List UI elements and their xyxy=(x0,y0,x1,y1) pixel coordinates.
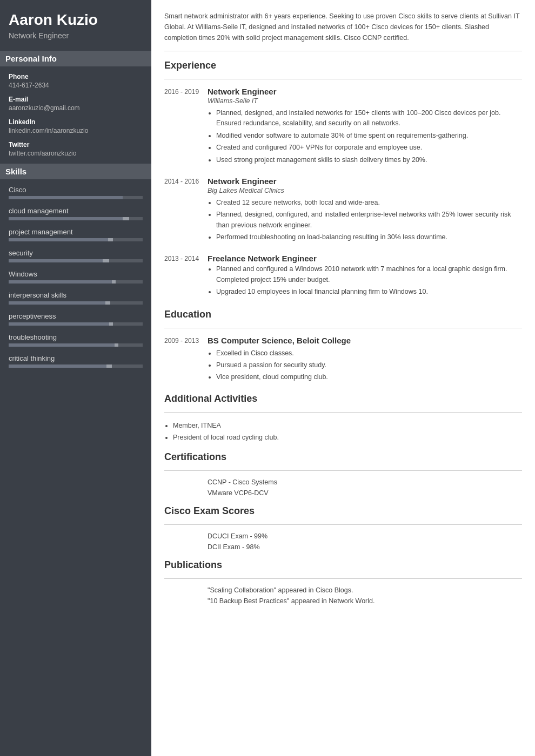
exp-bullet: Created and configured 700+ VPNs for cor… xyxy=(216,143,522,153)
skill-bar-accent xyxy=(115,343,118,347)
skill-bar-bg xyxy=(9,196,143,199)
exp-job-title: Network Engineer xyxy=(208,87,522,96)
skill-bar-fill xyxy=(9,364,112,368)
main-content: Smart network administrator with 6+ year… xyxy=(151,0,535,756)
exam-scores-section: Cisco Exam Scores DCUCI Exam - 99%DCII E… xyxy=(164,505,522,551)
skill-bar-accent xyxy=(103,259,109,262)
activity-item: President of local road cycling club. xyxy=(173,432,522,443)
skill-bar-bg xyxy=(9,364,143,368)
edu-degree: BS Computer Science, Beloit College xyxy=(208,336,522,345)
experience-title: Experience xyxy=(164,60,522,73)
skill-name: cloud management xyxy=(9,207,143,215)
skill-name: project management xyxy=(9,228,143,236)
exp-content: Network EngineerBig Lakes Medical Clinic… xyxy=(208,177,522,245)
skill-bar-accent xyxy=(108,238,113,241)
experience-divider xyxy=(164,79,522,79)
exp-bullets: Planned, designed, and installed network… xyxy=(208,108,522,165)
skill-bar-accent xyxy=(106,364,112,368)
education-title: Education xyxy=(164,309,522,322)
education-section: Education 2009 - 2013BS Computer Science… xyxy=(164,309,522,384)
skill-bar-fill xyxy=(9,322,113,326)
skill-item: troubleshooting xyxy=(9,333,143,347)
exp-dates: 2013 - 2014 xyxy=(164,254,208,299)
publications-divider xyxy=(164,578,522,579)
education-list: 2009 - 2013BS Computer Science, Beloit C… xyxy=(164,336,522,384)
sidebar: Aaron Kuzio Network Engineer Personal In… xyxy=(0,0,151,756)
exp-bullet: Created 12 secure networks, both local a… xyxy=(216,198,522,208)
skill-bar-bg xyxy=(9,280,143,284)
personal-info-header: Personal Info xyxy=(0,51,151,66)
experience-entry: 2016 - 2019Network EngineerWilliams-Seil… xyxy=(164,87,522,167)
skill-item: critical thinking xyxy=(9,354,143,368)
person-name: Aaron Kuzio xyxy=(9,11,143,29)
skill-name: Windows xyxy=(9,270,143,278)
skill-bar-bg xyxy=(9,343,143,347)
experience-section: Experience 2016 - 2019Network EngineerWi… xyxy=(164,60,522,299)
certifications-section: Certifications CCNP - Cisco SystemsVMwar… xyxy=(164,451,522,497)
publication-item: "10 Backup Best Practices" appeared in N… xyxy=(164,597,522,605)
twitter-value: twitter.com/aaronzkuzio xyxy=(9,150,143,157)
skill-bar-accent xyxy=(112,280,116,284)
publications-list: "Scaling Collaboration" appeared in Cisc… xyxy=(164,586,522,605)
exp-company: Big Lakes Medical Clinics xyxy=(208,187,522,194)
publications-section: Publications "Scaling Collaboration" app… xyxy=(164,559,522,605)
phone-label: Phone xyxy=(9,73,143,80)
skill-item: security xyxy=(9,249,143,262)
certifications-title: Certifications xyxy=(164,451,522,465)
certifications-list: CCNP - Cisco SystemsVMware VCP6-DCV xyxy=(164,478,522,497)
exam-scores-title: Cisco Exam Scores xyxy=(164,505,522,519)
skills-header: Skills xyxy=(0,164,151,179)
linkedin-item: LinkedIn linkedin.com/in/aaronzkuzio xyxy=(9,118,143,134)
skill-bar-fill xyxy=(9,217,129,220)
exp-bullet: Planned, designed, configured, and insta… xyxy=(216,210,522,231)
exam-score-item: DCII Exam - 98% xyxy=(164,543,522,551)
exp-dates: 2016 - 2019 xyxy=(164,87,208,167)
skill-item: cloud management xyxy=(9,207,143,220)
skill-item: perceptiveness xyxy=(9,312,143,326)
email-label: E-mail xyxy=(9,96,143,103)
skill-item: Cisco xyxy=(9,186,143,199)
exam-score-item: DCUCI Exam - 99% xyxy=(164,532,522,540)
skill-item: project management xyxy=(9,228,143,241)
edu-content: BS Computer Science, Beloit CollegeExcel… xyxy=(208,336,522,384)
certification-item: VMware VCP6-DCV xyxy=(164,489,522,497)
certification-item: CCNP - Cisco Systems xyxy=(164,478,522,486)
skills-list: Ciscocloud managementproject managements… xyxy=(9,186,143,368)
skill-bar-bg xyxy=(9,238,143,241)
skill-name: perceptiveness xyxy=(9,312,143,320)
email-value: aaronzkuzio@gmail.com xyxy=(9,104,143,112)
twitter-label: Twitter xyxy=(9,141,143,148)
skill-bar-accent xyxy=(109,322,113,326)
email-item: E-mail aaronzkuzio@gmail.com xyxy=(9,96,143,112)
skill-bar-fill xyxy=(9,280,116,284)
activities-divider xyxy=(164,412,522,413)
experience-entry: 2014 - 2016Network EngineerBig Lakes Med… xyxy=(164,177,522,245)
exp-bullets: Planned and configured a Windows 2010 ne… xyxy=(208,264,522,297)
exp-bullet: Modified vendor software to automate 30%… xyxy=(216,131,522,141)
exp-content: Network EngineerWilliams-Seile ITPlanned… xyxy=(208,87,522,167)
linkedin-label: LinkedIn xyxy=(9,118,143,126)
skill-name: interpersonal skills xyxy=(9,291,143,299)
skill-item: Windows xyxy=(9,270,143,284)
publication-item: "Scaling Collaboration" appeared in Cisc… xyxy=(164,586,522,594)
education-entry: 2009 - 2013BS Computer Science, Beloit C… xyxy=(164,336,522,384)
exp-company: Williams-Seile IT xyxy=(208,97,522,105)
skill-bar-fill xyxy=(9,259,109,262)
exp-job-title: Freelance Network Engineer xyxy=(208,254,522,263)
activities-list: Member, ITNEAPresident of local road cyc… xyxy=(164,420,522,443)
skill-name: Cisco xyxy=(9,186,143,194)
edu-bullet: Pursued a passion for security study. xyxy=(216,360,522,370)
experience-list: 2016 - 2019Network EngineerWilliams-Seil… xyxy=(164,87,522,299)
skill-bar-bg xyxy=(9,301,143,305)
skill-bar-fill xyxy=(9,196,123,199)
skill-bar-accent xyxy=(123,217,129,220)
publications-title: Publications xyxy=(164,559,522,573)
skill-name: security xyxy=(9,249,143,257)
exams-list: DCUCI Exam - 99%DCII Exam - 98% xyxy=(164,532,522,551)
exp-bullet: Planned and configured a Windows 2010 ne… xyxy=(216,264,522,285)
skill-name: troubleshooting xyxy=(9,333,143,341)
edu-bullets: Excelled in Cisco classes.Pursued a pass… xyxy=(208,348,522,383)
skill-bar-fill xyxy=(9,238,113,241)
activities-title: Additional Activities xyxy=(164,393,522,407)
skill-name: critical thinking xyxy=(9,354,143,362)
